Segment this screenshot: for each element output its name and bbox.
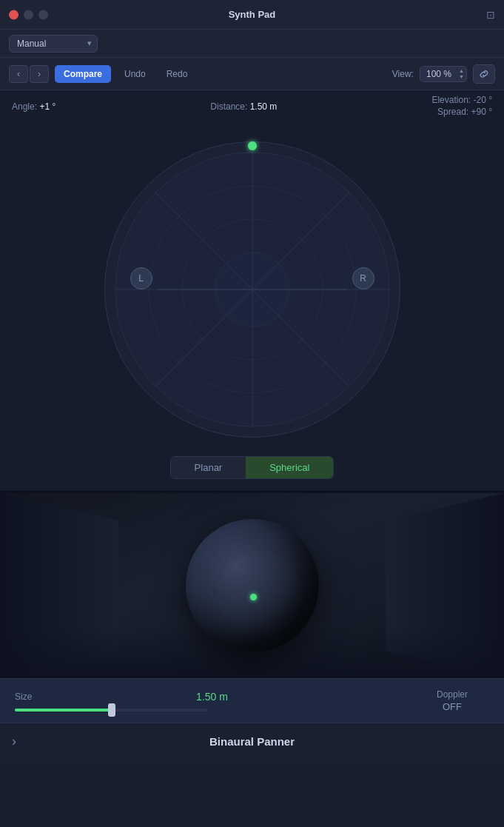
source-dot[interactable] [248, 141, 257, 150]
view-value: 100 % [426, 69, 451, 79]
distance-display[interactable]: Distance: 1.50 m [210, 101, 277, 112]
3d-sphere[interactable] [186, 519, 319, 652]
size-label: Size [15, 692, 44, 702]
3d-view-section[interactable] [0, 493, 504, 678]
nav-buttons: ‹ › [9, 65, 49, 83]
footer-title: Binaural Panner [209, 735, 295, 748]
view-spinner[interactable]: ▲ ▼ [459, 68, 464, 79]
doppler-value: OFF [443, 701, 462, 712]
angle-label: Angle: [12, 101, 37, 112]
size-slider-fill [15, 709, 111, 712]
left-speaker-marker: L [130, 267, 152, 289]
polar-section: L R Planar Spherical [0, 123, 504, 491]
elevation-display[interactable]: Elevation: -20 ° [431, 95, 492, 105]
size-value: 1.50 m [53, 691, 415, 703]
link-button[interactable] [473, 64, 495, 84]
title-bar: Synth Pad ⊡ [0, 0, 504, 30]
doppler-label: Doppler [437, 689, 468, 700]
sphere-source-dot [250, 594, 257, 600]
window-icon[interactable]: ⊡ [486, 9, 495, 21]
distance-value: 1.50 m [250, 101, 278, 112]
minimize-button[interactable] [24, 10, 33, 19]
right-speaker-marker: R [352, 267, 374, 289]
preset-dropdown[interactable]: Manual [9, 35, 98, 53]
preset-dropdown-wrapper[interactable]: Manual [9, 35, 98, 53]
nav-forward-button[interactable]: › [30, 65, 49, 83]
doppler-control[interactable]: Doppler OFF [415, 689, 489, 712]
close-button[interactable] [9, 10, 19, 19]
undo-button[interactable]: Undo [117, 65, 153, 83]
nav-back-button[interactable]: ‹ [9, 65, 28, 83]
polar-pad[interactable]: L R [93, 130, 411, 449]
preset-bar: Manual [0, 30, 504, 58]
spread-label: Spread: [437, 107, 468, 117]
spherical-button[interactable]: Spherical [246, 457, 333, 478]
compare-button[interactable]: Compare [55, 65, 111, 83]
planar-button[interactable]: Planar [171, 457, 246, 478]
size-control: Size 1.50 m [15, 691, 415, 712]
view-control-wrapper[interactable]: 100 % ▲ ▼ [420, 66, 467, 82]
distance-label: Distance: [210, 101, 247, 112]
size-slider-thumb[interactable] [108, 703, 115, 717]
elevation-value: -20 ° [474, 95, 492, 105]
redo-button[interactable]: Redo [159, 65, 195, 83]
size-slider[interactable] [15, 709, 207, 712]
angle-display[interactable]: Angle: +1 ° [12, 101, 56, 112]
spread-value: +90 ° [471, 107, 492, 117]
info-row: Angle: +1 ° Distance: 1.50 m Elevation: … [0, 90, 504, 123]
window-title: Synth Pad [229, 9, 276, 20]
toolbar: ‹ › Compare Undo Redo View: 100 % ▲ ▼ [0, 58, 504, 90]
traffic-lights [9, 10, 48, 19]
spread-display[interactable]: Spread: +90 ° [431, 107, 492, 117]
elevation-label: Elevation: [431, 95, 471, 105]
angle-value: +1 ° [39, 101, 56, 112]
bottom-controls: Size 1.50 m Doppler OFF [0, 678, 504, 723]
footer: › Binaural Panner [0, 723, 504, 760]
footer-chevron-icon[interactable]: › [12, 734, 16, 749]
view-label: View: [392, 69, 414, 79]
maximize-button[interactable] [38, 10, 48, 19]
right-info: Elevation: -20 ° Spread: +90 ° [431, 95, 492, 118]
mode-toggle: Planar Spherical [170, 456, 335, 479]
polar-svg [104, 141, 400, 438]
